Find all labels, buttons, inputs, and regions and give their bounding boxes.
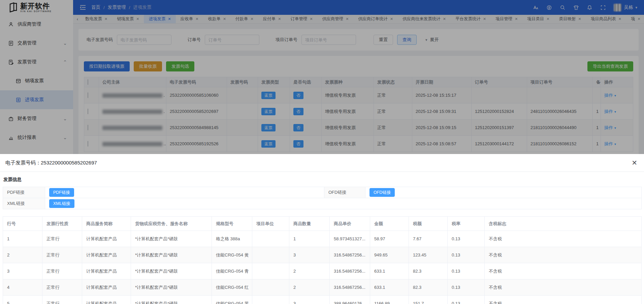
detail-cell bbox=[252, 231, 289, 247]
invoice-line-row: 4正常行计算机配套产品*计算机配套产品*硒鼓佳能CRG-054 红2316.54… bbox=[3, 279, 642, 296]
detail-cell: *计算机配套产品*硒鼓 bbox=[131, 296, 212, 304]
ofd-link-button[interactable]: OFD链接 bbox=[369, 188, 395, 197]
detail-cell: 正常行 bbox=[42, 231, 82, 247]
detail-cell: 正常行 bbox=[42, 263, 82, 279]
detail-cell: 计算机配套产品 bbox=[82, 263, 131, 279]
detail-cell: 佳能CRG-054 黄 bbox=[212, 247, 252, 263]
detail-cell: 佳能CRG-054 黑 bbox=[212, 296, 252, 304]
detail-cell: 计算机配套产品 bbox=[82, 231, 131, 247]
invoice-links-table: PDF链接 PDF链接 OFD链接 OFD链接 XML链接 XML链接 bbox=[3, 187, 642, 209]
detail-cell: 123.45 bbox=[409, 247, 448, 263]
detail-cell: 计算机配套产品 bbox=[82, 279, 131, 296]
section-title: 发票信息 bbox=[3, 177, 641, 183]
xml-link-label: XML链接 bbox=[3, 198, 45, 209]
detail-cell bbox=[252, 296, 289, 304]
detail-cell: 3 bbox=[289, 247, 330, 263]
drawer-title: 电子发票号码：25322000000585202697 bbox=[5, 160, 97, 166]
detail-cell: 不含税 bbox=[485, 263, 642, 279]
invoice-lines-table: 行号发票行性质商品服务简称货物或应税劳务、服务名称规格型号项目单位商品数量商品单… bbox=[3, 216, 642, 304]
detail-column-header-发票行性质: 发票行性质 bbox=[42, 217, 82, 231]
pdf-link-button[interactable]: PDF链接 bbox=[49, 188, 74, 197]
detail-cell: 388.96460176... bbox=[330, 296, 370, 304]
detail-cell: 633.1 bbox=[370, 279, 409, 296]
invoice-detail-drawer: 电子发票号码：25322000000585202697 ✕ 发票信息 PDF链接… bbox=[0, 154, 644, 304]
detail-cell: *计算机配套产品*硒鼓 bbox=[131, 247, 212, 263]
detail-column-header-税率: 税率 bbox=[448, 217, 485, 231]
detail-cell: 正常行 bbox=[42, 279, 82, 296]
detail-cell: 82.3 bbox=[409, 279, 448, 296]
detail-cell: 不含税 bbox=[485, 231, 642, 247]
detail-cell: 计算机配套产品 bbox=[82, 247, 131, 263]
detail-column-header-商品单价: 商品单价 bbox=[330, 217, 370, 231]
detail-cell: 0.13 bbox=[448, 279, 485, 296]
drawer-body: 发票信息 PDF链接 PDF链接 OFD链接 OFD链接 XML链接 XML链接… bbox=[0, 172, 644, 304]
detail-cell: 不含税 bbox=[485, 279, 642, 296]
detail-column-header-商品数量: 商品数量 bbox=[289, 217, 330, 231]
detail-cell: 佳能CRG-054 红 bbox=[212, 279, 252, 296]
detail-cell: 7.67 bbox=[409, 231, 448, 247]
detail-cell: 633.1 bbox=[370, 263, 409, 279]
detail-cell: 949.65 bbox=[370, 247, 409, 263]
detail-cell: 正常行 bbox=[42, 296, 82, 304]
invoice-line-row: 3正常行计算机配套产品*计算机配套产品*硒鼓佳能CRG-054 青2316.54… bbox=[3, 263, 642, 279]
detail-column-header-货物或应税劳务、服务名称: 货物或应税劳务、服务名称 bbox=[131, 217, 212, 231]
detail-cell: 0.13 bbox=[448, 296, 485, 304]
detail-cell: 316.54867256... bbox=[330, 247, 370, 263]
detail-cell: 1 bbox=[3, 231, 42, 247]
detail-cell: *计算机配套产品*硒鼓 bbox=[131, 231, 212, 247]
detail-cell bbox=[252, 279, 289, 296]
detail-cell bbox=[252, 263, 289, 279]
detail-cell: 正常行 bbox=[42, 247, 82, 263]
detail-column-header-商品服务简称: 商品服务简称 bbox=[82, 217, 131, 231]
detail-cell: 3 bbox=[3, 263, 42, 279]
detail-cell: 4 bbox=[3, 279, 42, 296]
detail-column-header-行号: 行号 bbox=[3, 217, 42, 231]
detail-cell: 0.13 bbox=[448, 231, 485, 247]
invoice-line-row: 5正常行计算机配套产品*计算机配套产品*硒鼓佳能CRG-054 黑3388.96… bbox=[3, 296, 642, 304]
detail-cell: 佳能CRG-054 青 bbox=[212, 263, 252, 279]
detail-cell: 58.973451327... bbox=[330, 231, 370, 247]
detail-cell: 151.7 bbox=[409, 296, 448, 304]
detail-cell: 计算机配套产品 bbox=[82, 296, 131, 304]
ofd-link-label: OFD链接 bbox=[324, 187, 365, 198]
detail-cell: *计算机配套产品*硒鼓 bbox=[131, 279, 212, 296]
detail-cell: 2 bbox=[289, 263, 330, 279]
detail-cell: 2 bbox=[289, 279, 330, 296]
xml-link-button[interactable]: XML链接 bbox=[49, 199, 74, 208]
detail-cell: 58.97 bbox=[370, 231, 409, 247]
app-root: 新开软件 XIN KAI SOFTWARE 供应商管理交易管理⌄发票管理⌃销项发… bbox=[0, 0, 644, 304]
detail-cell: 1 bbox=[289, 231, 330, 247]
invoice-line-row: 1正常行计算机配套产品*计算机配套产品*硒鼓格之格 388a158.973451… bbox=[3, 231, 642, 247]
detail-cell bbox=[252, 247, 289, 263]
detail-cell: 3 bbox=[289, 296, 330, 304]
detail-cell: 0.13 bbox=[448, 263, 485, 279]
detail-cell: 格之格 388a bbox=[212, 231, 252, 247]
detail-cell: 0.13 bbox=[448, 247, 485, 263]
detail-column-header-含税标志: 含税标志 bbox=[485, 217, 642, 231]
close-icon[interactable]: ✕ bbox=[630, 158, 639, 168]
detail-cell: 2 bbox=[3, 247, 42, 263]
invoice-line-row: 2正常行计算机配套产品*计算机配套产品*硒鼓佳能CRG-054 黄3316.54… bbox=[3, 247, 642, 263]
detail-cell: *计算机配套产品*硒鼓 bbox=[131, 263, 212, 279]
detail-column-header-金额: 金额 bbox=[370, 217, 409, 231]
detail-cell: 5 bbox=[3, 296, 42, 304]
detail-cell: 1166.89 bbox=[370, 296, 409, 304]
pdf-link-label: PDF链接 bbox=[3, 187, 45, 198]
detail-cell: 82.3 bbox=[409, 263, 448, 279]
detail-cell: 316.54867256... bbox=[330, 263, 370, 279]
drawer-header: 电子发票号码：25322000000585202697 ✕ bbox=[0, 154, 644, 172]
detail-column-header-规格型号: 规格型号 bbox=[212, 217, 252, 231]
detail-cell: 316.54867256... bbox=[330, 279, 370, 296]
detail-cell: 不含税 bbox=[485, 247, 642, 263]
detail-cell: 不含税 bbox=[485, 296, 642, 304]
detail-column-header-项目单位: 项目单位 bbox=[252, 217, 289, 231]
detail-column-header-税额: 税额 bbox=[409, 217, 448, 231]
